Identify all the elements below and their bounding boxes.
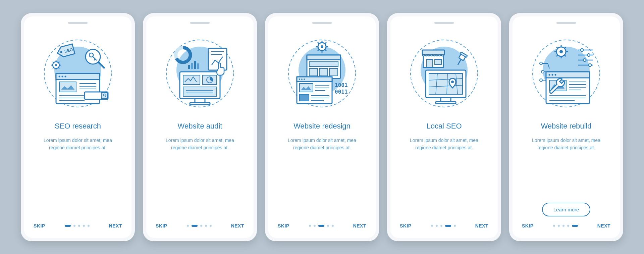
svg-rect-38: [195, 99, 205, 103]
svg-point-6: [65, 75, 66, 77]
svg-point-112: [559, 50, 563, 53]
website-redesign-icon: 1001 0011: [282, 33, 362, 114]
dot: [567, 225, 569, 227]
svg-point-76: [304, 79, 305, 80]
svg-point-57: [321, 45, 323, 48]
svg-rect-71: [329, 68, 338, 76]
svg-rect-77: [300, 84, 313, 92]
website-audit-icon: [160, 33, 240, 114]
dot: [205, 225, 207, 227]
svg-rect-98: [436, 102, 456, 104]
learn-more-button[interactable]: Learn more: [542, 203, 591, 216]
screen-title: Local SEO: [426, 122, 462, 131]
svg-rect-70: [319, 68, 328, 76]
dot-active: [192, 225, 198, 227]
phone-mockup-4: Local SEO Lorem ipsum dolor sit amet, me…: [387, 13, 501, 241]
svg-point-122: [581, 49, 583, 51]
svg-rect-49: [194, 61, 196, 69]
svg-point-131: [549, 74, 550, 75]
screen-title: Website rebuild: [541, 122, 591, 131]
svg-text:1001: 1001: [335, 82, 348, 88]
svg-line-28: [53, 67, 54, 68]
svg-line-65: [325, 42, 326, 44]
svg-line-117: [556, 47, 558, 48]
svg-point-126: [583, 59, 586, 61]
dot-active: [318, 225, 324, 227]
screen-title: Website redesign: [293, 122, 351, 131]
dot: [454, 225, 456, 227]
skip-button[interactable]: SKIP: [156, 223, 167, 228]
screen-description: Lorem ipsum dolor sit amet, mea regione …: [156, 137, 244, 216]
svg-rect-48: [191, 63, 193, 69]
nav-bar: SKIP NEXT: [522, 223, 610, 228]
next-button[interactable]: NEXT: [475, 223, 488, 228]
page-indicator: [187, 225, 212, 227]
local-seo-icon: [404, 33, 484, 114]
phone-mockup-3: 1001 0011 Website redesign Lorem ipsum d…: [265, 13, 379, 241]
svg-rect-92: [435, 59, 441, 64]
dot-active: [572, 225, 578, 227]
next-button[interactable]: NEXT: [353, 223, 366, 228]
screen-description: Lorem ipsum dolor sit amet, mea regione …: [34, 137, 122, 216]
screen-description: Lorem ipsum dolor sit amet, mea regione …: [278, 137, 366, 216]
skip-button[interactable]: SKIP: [278, 223, 289, 228]
screen-title: SEO research: [55, 122, 101, 131]
svg-point-133: [555, 74, 556, 75]
svg-point-74: [299, 79, 300, 80]
website-rebuild-icon: [526, 33, 606, 114]
dot-active: [445, 225, 451, 227]
dot: [431, 225, 433, 227]
skip-button[interactable]: SKIP: [522, 223, 534, 228]
svg-rect-7: [59, 82, 76, 92]
nav-bar: SKIP NEXT: [278, 223, 366, 228]
svg-point-132: [552, 74, 553, 75]
dot: [83, 225, 85, 227]
svg-text:0011: 0011: [335, 89, 348, 95]
svg-rect-91: [427, 59, 433, 67]
svg-point-128: [589, 64, 591, 66]
page-indicator: [553, 225, 578, 227]
skip-button[interactable]: SKIP: [400, 223, 412, 228]
svg-rect-68: [309, 62, 338, 66]
svg-point-110: [540, 79, 542, 82]
dot: [553, 225, 555, 227]
dot: [562, 225, 565, 227]
svg-point-105: [451, 81, 454, 83]
svg-rect-47: [188, 65, 190, 69]
onboarding-screen-4: Local SEO Lorem ipsum dolor sit amet, me…: [390, 16, 498, 238]
svg-rect-43: [183, 87, 217, 96]
dot: [78, 225, 80, 227]
onboarding-screen-3: 1001 0011 Website redesign Lorem ipsum d…: [268, 16, 376, 238]
svg-point-75: [301, 79, 303, 80]
dot: [314, 225, 316, 227]
dot: [88, 225, 90, 227]
onboarding-screen-5: Website rebuild Lorem ipsum dolor sit am…: [513, 16, 620, 238]
next-button[interactable]: NEXT: [597, 223, 610, 228]
dot: [436, 225, 438, 227]
dot: [200, 225, 202, 227]
nav-bar: SKIP NEXT: [156, 223, 244, 228]
dot: [210, 225, 212, 227]
dot: [332, 225, 334, 227]
seo-research-icon: SEO: [38, 33, 118, 114]
svg-point-124: [587, 54, 590, 56]
phone-mockup-2: Website audit Lorem ipsum dolor sit amet…: [143, 13, 257, 241]
svg-line-26: [53, 62, 54, 63]
dot: [558, 225, 560, 227]
page-indicator: [309, 225, 334, 227]
svg-rect-15: [101, 93, 107, 99]
skip-button[interactable]: SKIP: [34, 223, 45, 228]
dot-active: [65, 225, 71, 227]
dot: [309, 225, 311, 227]
page-indicator: [431, 225, 456, 227]
svg-point-108: [540, 62, 542, 65]
next-button[interactable]: NEXT: [231, 223, 244, 228]
dot: [73, 225, 75, 227]
svg-point-4: [59, 75, 60, 77]
page-indicator: [65, 225, 90, 227]
screen-description: Lorem ipsum dolor sit amet, mea regione …: [400, 137, 488, 216]
svg-rect-81: [300, 94, 309, 101]
svg-point-21: [55, 64, 57, 66]
next-button[interactable]: NEXT: [109, 223, 122, 228]
svg-rect-50: [197, 63, 199, 69]
